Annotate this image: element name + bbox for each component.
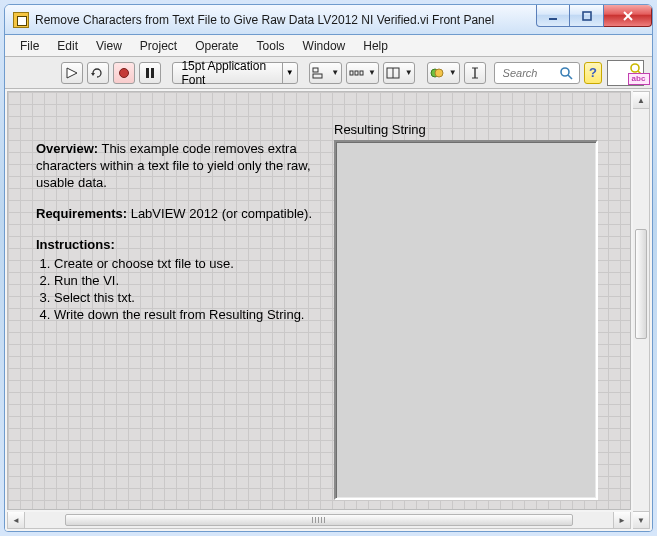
distribute-objects-button[interactable]: ▼ bbox=[346, 62, 379, 84]
menu-help[interactable]: Help bbox=[354, 35, 397, 56]
font-dropdown-icon: ▼ bbox=[282, 63, 297, 83]
app-window: Remove Characters from Text File to Give… bbox=[4, 4, 653, 532]
pause-icon bbox=[144, 67, 156, 79]
resulting-string-indicator[interactable] bbox=[334, 140, 598, 500]
menu-view[interactable]: View bbox=[87, 35, 131, 56]
front-panel-canvas[interactable]: Overview: This example code removes extr… bbox=[7, 91, 631, 510]
labview-vi-icon bbox=[13, 12, 29, 28]
enter-text-button[interactable] bbox=[464, 62, 486, 84]
menu-operate[interactable]: Operate bbox=[186, 35, 247, 56]
svg-rect-1 bbox=[583, 12, 591, 20]
svg-rect-6 bbox=[151, 68, 154, 78]
scroll-down-button[interactable]: ▼ bbox=[633, 511, 649, 528]
font-label: 15pt Application Font bbox=[173, 59, 281, 87]
titlebar[interactable]: Remove Characters from Text File to Give… bbox=[5, 5, 652, 35]
instruction-step: Run the VI. bbox=[54, 272, 316, 289]
menu-project[interactable]: Project bbox=[131, 35, 186, 56]
hscroll-track[interactable] bbox=[25, 512, 613, 528]
documentation-text: Overview: This example code removes extr… bbox=[36, 140, 316, 323]
resize-objects-button[interactable]: ▼ bbox=[383, 62, 416, 84]
menu-edit[interactable]: Edit bbox=[48, 35, 87, 56]
reorder-icon bbox=[430, 67, 444, 79]
svg-rect-7 bbox=[313, 68, 318, 72]
vertical-scrollbar[interactable]: ▲ ▼ bbox=[633, 91, 650, 529]
distribute-icon bbox=[349, 67, 363, 79]
vi-icon-pane[interactable]: abc bbox=[607, 60, 645, 86]
vscroll-thumb[interactable] bbox=[635, 229, 647, 339]
maximize-button[interactable] bbox=[570, 5, 604, 27]
run-continuously-button[interactable] bbox=[87, 62, 109, 84]
svg-point-19 bbox=[561, 68, 569, 76]
run-continuous-icon bbox=[91, 67, 105, 79]
pause-button[interactable] bbox=[139, 62, 161, 84]
svg-rect-10 bbox=[355, 71, 358, 75]
align-objects-button[interactable]: ▼ bbox=[309, 62, 342, 84]
scroll-up-button[interactable]: ▲ bbox=[633, 92, 649, 109]
search-icon bbox=[559, 66, 573, 80]
scroll-left-button[interactable]: ◄ bbox=[8, 512, 25, 528]
requirements-text: LabVIEW 2012 (or compatible). bbox=[131, 206, 312, 221]
menu-bar: File Edit View Project Operate Tools Win… bbox=[5, 35, 652, 57]
instruction-step: Create or choose txt file to use. bbox=[54, 255, 316, 272]
maximize-icon bbox=[581, 10, 593, 22]
minimize-icon bbox=[547, 10, 559, 22]
svg-point-4 bbox=[120, 68, 129, 77]
run-button[interactable] bbox=[61, 62, 83, 84]
resize-icon bbox=[386, 67, 400, 79]
abort-icon bbox=[118, 67, 130, 79]
vscroll-track[interactable] bbox=[633, 109, 649, 511]
close-button[interactable] bbox=[604, 5, 652, 27]
instructions-label: Instructions: bbox=[36, 237, 115, 252]
search-box[interactable] bbox=[494, 62, 580, 84]
menu-window[interactable]: Window bbox=[294, 35, 355, 56]
font-selector[interactable]: 15pt Application Font ▼ bbox=[172, 62, 297, 84]
toolbar: 15pt Application Font ▼ ▼ ▼ ▼ ▼ bbox=[5, 57, 652, 89]
svg-rect-5 bbox=[146, 68, 149, 78]
search-input[interactable] bbox=[501, 66, 553, 80]
menu-tools[interactable]: Tools bbox=[248, 35, 294, 56]
menu-file[interactable]: File bbox=[11, 35, 48, 56]
svg-line-20 bbox=[568, 75, 572, 79]
svg-point-15 bbox=[435, 69, 443, 77]
svg-point-21 bbox=[631, 64, 639, 72]
svg-rect-9 bbox=[350, 71, 353, 75]
text-caret-icon bbox=[470, 67, 480, 79]
abort-button[interactable] bbox=[113, 62, 135, 84]
context-help-button[interactable]: ? bbox=[584, 62, 603, 84]
instruction-step: Write down the result from Resulting Str… bbox=[54, 306, 316, 323]
horizontal-scrollbar[interactable]: ◄ ► bbox=[7, 512, 631, 529]
window-buttons bbox=[536, 5, 652, 27]
align-icon bbox=[312, 67, 326, 79]
client-area: Overview: This example code removes extr… bbox=[5, 89, 652, 531]
overview-label: Overview: bbox=[36, 141, 98, 156]
svg-rect-8 bbox=[313, 74, 322, 78]
svg-rect-0 bbox=[549, 18, 557, 20]
svg-rect-11 bbox=[360, 71, 363, 75]
hscroll-grip-icon bbox=[312, 517, 326, 523]
instructions-list: Create or choose txt file to use. Run th… bbox=[36, 255, 316, 323]
minimize-button[interactable] bbox=[536, 5, 570, 27]
requirements-label: Requirements: bbox=[36, 206, 127, 221]
close-icon bbox=[621, 9, 635, 23]
instruction-step: Select this txt. bbox=[54, 289, 316, 306]
reorder-button[interactable]: ▼ bbox=[427, 62, 460, 84]
resulting-string-label: Resulting String bbox=[334, 122, 426, 137]
scroll-right-button[interactable]: ► bbox=[613, 512, 630, 528]
help-glyph: ? bbox=[589, 65, 597, 80]
abc-badge: abc bbox=[628, 73, 650, 85]
run-arrow-icon bbox=[66, 67, 78, 79]
hscroll-thumb[interactable] bbox=[65, 514, 573, 526]
